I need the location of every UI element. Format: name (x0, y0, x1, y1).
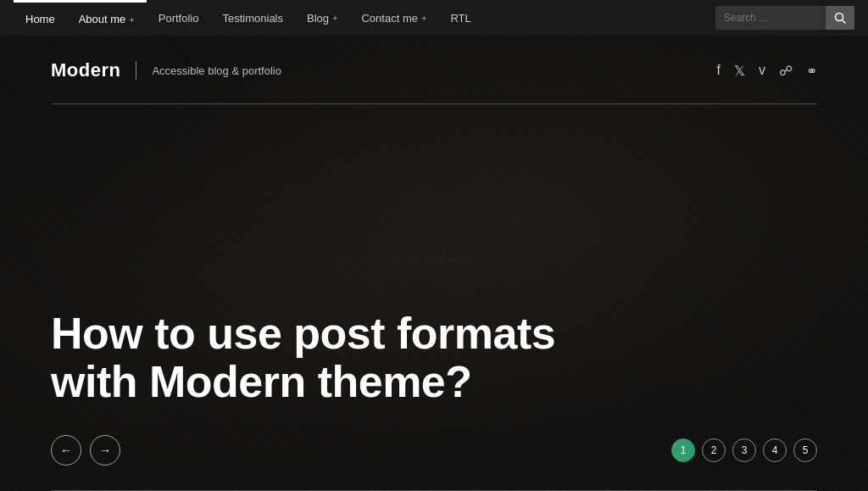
pagination-dot-5[interactable]: 5 (793, 438, 817, 462)
next-arrow-button[interactable]: → (90, 435, 120, 466)
main-nav: Home About me + Portfolio Testimonials B… (0, 0, 868, 36)
social-icon-link[interactable]: ⚭ (806, 63, 817, 79)
slider-arrows: ← → (51, 435, 120, 466)
contact-plus-icon: + (421, 13, 426, 23)
nav-items: Home About me + Portfolio Testimonials B… (14, 0, 715, 36)
blog-plus-icon: + (332, 13, 337, 23)
prev-arrow-button[interactable]: ← (51, 435, 81, 466)
pagination-dot-3[interactable]: 3 (732, 438, 756, 462)
hero-top-divider (51, 103, 817, 104)
about-me-plus-icon: + (129, 14, 134, 25)
social-icon-twitter[interactable]: 𝕏 (734, 63, 745, 79)
pagination-dot-2[interactable]: 2 (702, 438, 726, 462)
site-divider (136, 61, 136, 80)
hero-bottom-controls: ← → 1 2 3 4 5 (51, 435, 817, 466)
social-icon-facebook[interactable]: f (717, 63, 721, 78)
social-icons-group: f 𝕏 v ☍ ⚭ (717, 63, 817, 79)
nav-item-testimonials[interactable]: Testimonials (210, 0, 295, 36)
hero-title: How to use post formats with Modern them… (51, 310, 602, 406)
pagination-dot-4[interactable]: 4 (763, 438, 787, 462)
site-title: Modern (51, 59, 120, 81)
nav-item-contact-me[interactable]: Contact me + (349, 0, 438, 36)
hero-content: How to use post formats with Modern them… (51, 310, 817, 406)
nav-item-home[interactable]: Home (14, 0, 67, 36)
hero-header: Modern Accessible blog & portfolio f 𝕏 v… (0, 36, 868, 81)
social-icon-vimeo[interactable]: v (759, 63, 765, 78)
search-input[interactable] (715, 6, 826, 30)
search-button[interactable] (826, 6, 854, 30)
nav-item-blog[interactable]: Blog + (295, 0, 349, 36)
svg-line-1 (843, 20, 846, 24)
hero-section: Modern Accessible blog & portfolio f 𝕏 v… (0, 36, 868, 491)
nav-item-portfolio[interactable]: Portfolio (147, 0, 211, 36)
site-tagline: Accessible blog & portfolio (152, 64, 281, 77)
pagination-dots: 1 2 3 4 5 (671, 438, 817, 462)
pagination-dot-1[interactable]: 1 (671, 438, 695, 462)
search-area (715, 6, 854, 30)
nav-item-rtl[interactable]: RTL (438, 0, 482, 36)
social-icon-wordpress[interactable]: ☍ (779, 63, 793, 79)
nav-item-about-me[interactable]: About me + (67, 0, 147, 36)
search-icon (834, 12, 846, 24)
